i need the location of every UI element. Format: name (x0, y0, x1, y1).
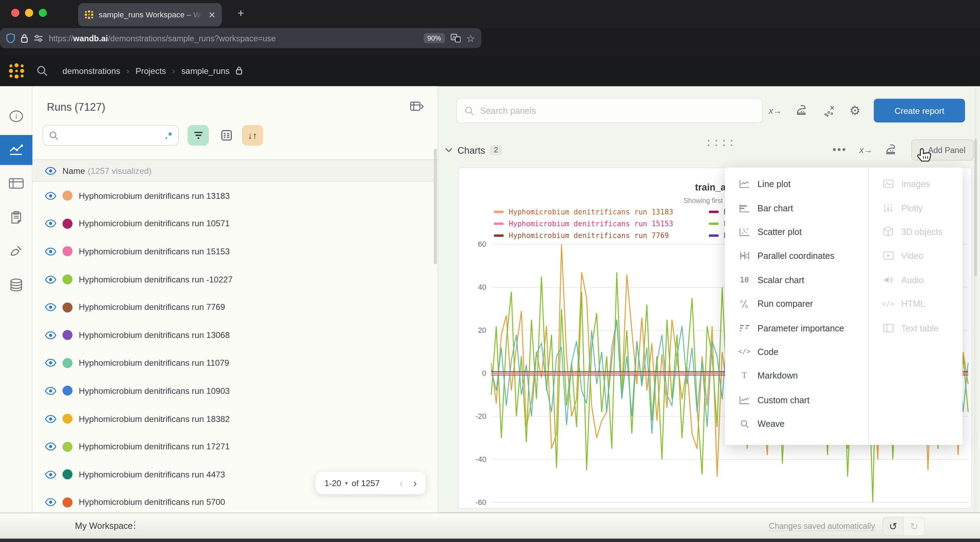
redo-button[interactable]: ↻ (904, 517, 925, 536)
visibility-eye-icon[interactable] (45, 275, 56, 283)
panel-search-field[interactable] (457, 98, 762, 123)
menu-item-weave[interactable]: Weave (725, 412, 868, 436)
create-report-button[interactable]: Create report (874, 99, 965, 122)
undo-button[interactable]: ↺ (883, 517, 904, 536)
sidebar-item-workspace[interactable] (0, 135, 33, 165)
visibility-eye-icon[interactable] (45, 415, 56, 423)
workspace-name[interactable]: My Workspace (75, 520, 132, 531)
run-name[interactable]: Hyphomicrobium denitrificans run 17271 (79, 442, 230, 451)
new-tab-button[interactable]: + (237, 7, 244, 20)
visibility-eye-icon[interactable] (45, 192, 56, 200)
menu-item-parameter-importance[interactable]: Parameter importance (725, 316, 868, 340)
run-name[interactable]: Hyphomicrobium denitrificans run 18382 (79, 414, 230, 423)
page-range[interactable]: 1-20 (325, 478, 342, 488)
sort-runs-button[interactable]: ↓↑ (242, 125, 263, 145)
workspace-settings-gear-icon[interactable]: ⚙ (850, 103, 861, 118)
run-name[interactable]: Hyphomicrobium denitrificans run 11079 (79, 358, 229, 368)
sidebar-item-artifacts[interactable] (0, 270, 33, 300)
breadcrumb-entity[interactable]: demonstrations (62, 66, 120, 75)
visibility-eye-icon[interactable] (45, 498, 56, 506)
section-overflow-icon[interactable]: ••• (832, 145, 847, 156)
menu-item-run-comparer[interactable]: ABRun comparer (725, 292, 868, 316)
menu-item-parallel-coordinates[interactable]: Parallel coordinates (725, 244, 868, 268)
run-row[interactable]: Hyphomicrobium denitrificans run 10571 (33, 210, 438, 237)
sidebar-item-table[interactable] (0, 168, 33, 199)
outliers-icon[interactable] (823, 105, 836, 117)
run-row[interactable]: Hyphomicrobium denitrificans run 18382 (33, 405, 438, 433)
visibility-eye-icon[interactable] (45, 359, 56, 367)
menu-item-scatter-plot[interactable]: Scatter plot (725, 220, 868, 244)
menu-item-bar-chart[interactable]: Bar chart (725, 196, 868, 219)
bookmark-star-icon[interactable]: ☆ (466, 32, 475, 44)
breadcrumb-projects[interactable]: Projects (135, 66, 166, 75)
url-bar[interactable]: https://wandb.ai/demonstrations/sample_r… (0, 28, 481, 48)
charts-section-title[interactable]: Charts (457, 145, 485, 156)
visibility-eye-icon[interactable] (45, 247, 56, 255)
breadcrumb-project[interactable]: sample_runs (181, 66, 229, 75)
workspace-scrollbar-thumb[interactable] (974, 139, 977, 276)
visibility-eye-icon[interactable] (45, 167, 56, 175)
run-row[interactable]: Hyphomicrobium denitrificans run 13068 (33, 321, 438, 349)
x-axis-settings-icon[interactable]: x→ (768, 105, 782, 116)
run-name[interactable]: Hyphomicrobium denitrificans run 13068 (79, 331, 230, 340)
run-name[interactable]: Hyphomicrobium denitrificans run 15153 (79, 247, 230, 256)
run-name[interactable]: Hyphomicrobium denitrificans run 7769 (79, 303, 225, 312)
run-row[interactable]: Hyphomicrobium denitrificans run 11079 (33, 349, 438, 377)
run-name[interactable]: Hyphomicrobium denitrificans run 10903 (79, 386, 230, 396)
manage-columns-button[interactable] (215, 125, 237, 145)
menu-item-scalar-chart[interactable]: 10Scalar chart (725, 268, 868, 292)
run-row[interactable]: Hyphomicrobium denitrificans run 15153 (33, 238, 438, 265)
section-chevron-down-icon[interactable] (445, 148, 452, 152)
run-row[interactable]: Hyphomicrobium denitrificans run -10227 (33, 265, 438, 293)
menu-item-markdown[interactable]: TMarkdown (725, 364, 868, 388)
panel-search-input[interactable] (480, 105, 754, 116)
run-row[interactable]: Hyphomicrobium denitrificans run 13183 (33, 182, 438, 210)
sidebar-item-sweeps[interactable] (0, 236, 33, 266)
runs-search-input[interactable]: .* (42, 125, 179, 145)
sidebar-item-reports[interactable] (0, 203, 33, 232)
smoothing-iron-icon[interactable] (796, 105, 810, 116)
run-name[interactable]: Hyphomicrobium denitrificans run 13183 (79, 191, 230, 200)
visibility-eye-icon[interactable] (45, 219, 56, 227)
visibility-eye-icon[interactable] (45, 303, 56, 311)
window-minimize-button[interactable] (25, 9, 33, 17)
run-row[interactable]: Hyphomicrobium denitrificans run 7769 (33, 293, 438, 321)
run-row[interactable]: Hyphomicrobium denitrificans run 17271 (33, 433, 438, 461)
run-name[interactable]: Hyphomicrobium denitrificans run 10571 (79, 219, 230, 228)
browser-tab[interactable]: sample_runs Workspace – Weig ✕ (78, 3, 222, 26)
section-x-axis-icon[interactable]: x→ (859, 145, 872, 155)
wandb-logo[interactable] (8, 62, 25, 79)
run-name[interactable]: Hyphomicrobium denitrificans run 5700 (79, 497, 225, 507)
regex-toggle-icon[interactable]: .* (165, 130, 172, 141)
permissions-icon[interactable] (33, 34, 43, 42)
translate-icon[interactable]: A (450, 33, 460, 42)
run-name[interactable]: Hyphomicrobium denitrificans run -10227 (79, 275, 232, 284)
visibility-eye-icon[interactable] (45, 331, 56, 339)
menu-item-custom-chart[interactable]: Custom chart (725, 388, 868, 412)
tracking-shield-icon[interactable] (6, 33, 15, 43)
next-page-icon[interactable]: › (407, 477, 417, 490)
url-text[interactable]: https://wandb.ai/demonstrations/sample_r… (49, 33, 275, 43)
lock-icon[interactable] (21, 33, 28, 43)
expand-table-icon[interactable] (410, 101, 424, 112)
legend-entry[interactable]: Hyphomicrobium denitrificans run 15153 (494, 218, 719, 229)
page-size-caret-icon[interactable]: ▾ (345, 480, 348, 486)
zoom-level-badge[interactable]: 90% (423, 33, 445, 43)
tab-close-icon[interactable]: ✕ (208, 10, 215, 20)
visibility-eye-icon[interactable] (45, 470, 56, 478)
global-search-icon[interactable] (36, 65, 48, 77)
section-drag-handle-icon[interactable]: • • • •• • • • (708, 139, 735, 148)
filter-runs-button[interactable] (188, 125, 208, 145)
menu-item-line-plot[interactable]: Line plot (725, 172, 868, 196)
prev-page-icon[interactable]: ‹ (399, 477, 403, 490)
runs-scrollbar[interactable] (434, 149, 437, 264)
visibility-eye-icon[interactable] (45, 387, 56, 395)
section-smoothing-iron-icon[interactable] (885, 145, 899, 156)
workspace-kebab-menu-icon[interactable]: ⋮ (130, 520, 140, 531)
window-close-button[interactable] (11, 9, 19, 17)
menu-item-code[interactable]: </>Code (725, 340, 868, 364)
run-name[interactable]: Hyphomicrobium denitrificans run 4473 (79, 470, 225, 479)
sidebar-item-overview[interactable]: i (0, 101, 33, 131)
run-row[interactable]: Hyphomicrobium denitrificans run 10903 (33, 377, 438, 405)
window-zoom-button[interactable] (39, 9, 47, 17)
